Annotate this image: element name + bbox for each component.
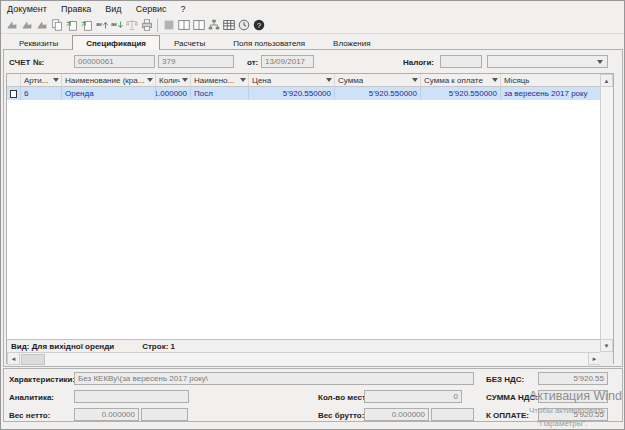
page-import-icon[interactable]	[64, 17, 79, 33]
vat-label: СУММА НДС:	[486, 393, 538, 402]
cell-month: за вересень 2017 року	[501, 87, 601, 100]
gross-weight-field[interactable]: 0.000000	[364, 408, 429, 421]
gross-weight-label: Вес брутто:	[318, 411, 364, 420]
tab-raschety[interactable]: Расчеты	[160, 36, 219, 50]
cell-unit: Посл	[191, 87, 249, 100]
gross-weight-unit-field[interactable]	[431, 408, 474, 421]
taxes-dropdown-value	[488, 63, 491, 72]
copy-icon[interactable]	[49, 17, 64, 33]
characteristics-field[interactable]: Без КЕКВу\(за вересень 2017 року\	[74, 372, 474, 385]
table-header-quantity[interactable]: Количес...	[156, 74, 191, 87]
row-checkbox[interactable]	[10, 90, 17, 98]
column-label: Цена	[252, 76, 324, 85]
filter-arrow-icon[interactable]	[412, 78, 418, 82]
help-icon[interactable]: ?	[251, 17, 266, 33]
account-code-field[interactable]: 379	[158, 55, 234, 68]
table-header-month[interactable]: Місяць	[501, 74, 601, 87]
sort-desc-icon[interactable]: ак	[109, 17, 124, 33]
hierarchy-icon[interactable]	[206, 17, 221, 33]
tab-bar: Реквизиты Спецификация Расчеты Поля поль…	[5, 34, 385, 50]
column-label: Сумма	[338, 76, 410, 85]
tab-rekvizity[interactable]: Реквизиты	[5, 36, 72, 50]
vat-field[interactable]	[538, 390, 608, 403]
table-grid-icon[interactable]	[221, 17, 236, 33]
cell-pay-sum: 5'920.550000	[421, 87, 501, 100]
document-action-1-icon[interactable]	[4, 17, 19, 33]
menu-view[interactable]: Вид	[105, 4, 121, 14]
column-label: Місяць	[504, 76, 598, 85]
scroll-left-icon[interactable]: ◄	[7, 352, 20, 365]
date-field[interactable]: 13/09/2017	[261, 55, 314, 68]
svg-text:ак: ак	[110, 20, 116, 27]
columns-icon[interactable]	[176, 17, 191, 33]
filter-arrow-icon[interactable]	[492, 78, 498, 82]
column-label: Количес...	[159, 76, 180, 85]
cell-price: 5'920.550000	[249, 87, 335, 100]
table-header-select[interactable]	[7, 74, 21, 87]
net-weight-label: Вес нетто:	[9, 411, 50, 420]
document-action-2-icon[interactable]	[19, 17, 34, 33]
tab-polya-polzovatelya[interactable]: Поля пользователя	[219, 36, 319, 50]
to-pay-field[interactable]: 5'920.55	[538, 408, 608, 421]
history-icon[interactable]	[236, 17, 251, 33]
horizontal-scrollbar[interactable]: ◄ ►	[7, 352, 601, 365]
table-header-price[interactable]: Цена	[249, 74, 335, 87]
page-export-icon[interactable]	[79, 17, 94, 33]
app-window: Документ Правка Вид Сервис ? ак ак ? Рек…	[0, 0, 625, 430]
document-action-3-icon[interactable]	[34, 17, 49, 33]
cell-quantity: 1.000000	[156, 87, 191, 100]
cell-sum: 5'920.550000	[335, 87, 421, 100]
table-header-sum[interactable]: Сумма	[335, 74, 421, 87]
account-number-field[interactable]: 00000061	[74, 55, 155, 68]
menu-edit[interactable]: Правка	[61, 4, 91, 14]
column-label: Арти...	[24, 76, 51, 85]
print-icon[interactable]	[139, 17, 154, 33]
tab-specifikaciya[interactable]: Спецификация	[72, 35, 160, 50]
taxes-dropdown[interactable]	[487, 55, 608, 68]
table-header: Арти... Наименование (кра... Количес... …	[7, 74, 601, 87]
menu-help[interactable]: ?	[180, 4, 185, 14]
taxes-label: Налоги:	[403, 58, 434, 67]
without-vat-label: БЕЗ НДС:	[486, 375, 524, 384]
menu-document[interactable]: Документ	[7, 4, 47, 14]
svg-text:?: ?	[256, 21, 261, 30]
view-label: Вид: Для вихідної оренди	[11, 342, 114, 351]
account-label: СЧЕТ №:	[9, 58, 44, 67]
filter-arrow-icon[interactable]	[53, 78, 59, 82]
to-pay-label: К ОПЛАТЕ:	[486, 411, 529, 420]
table-header-pay-sum[interactable]: Сумма к оплате	[421, 74, 501, 87]
net-weight-unit-field[interactable]	[141, 408, 188, 421]
filter-arrow-icon[interactable]	[326, 78, 332, 82]
filter-arrow-icon[interactable]	[147, 78, 153, 82]
sort-asc-icon[interactable]: ак	[94, 17, 109, 33]
without-vat-field[interactable]: 5'920.55	[538, 372, 608, 385]
svg-text:ак: ак	[95, 20, 101, 27]
scales-icon[interactable]	[124, 17, 139, 33]
filter-arrow-icon[interactable]	[240, 78, 246, 82]
specification-table: Арти... Наименование (кра... Количес... …	[6, 73, 614, 364]
tab-vlozheniya[interactable]: Вложения	[319, 36, 384, 50]
horizontal-scroll-thumb[interactable]	[21, 354, 45, 365]
toolbar: ак ак ?	[1, 17, 624, 34]
taxes-field[interactable]	[440, 55, 482, 68]
scroll-up-icon[interactable]: ▲	[600, 74, 613, 87]
table-header-unit[interactable]: Наимено...	[191, 74, 249, 87]
columns-2-icon[interactable]	[191, 17, 206, 33]
menu-service[interactable]: Сервис	[136, 4, 167, 14]
table-row[interactable]: 6 Оренда 1.000000 Посл 5'920.550000 5'92…	[7, 87, 601, 100]
block-icon[interactable]	[161, 17, 176, 33]
filter-arrow-icon[interactable]	[182, 78, 188, 82]
toolbar-separator	[157, 19, 158, 32]
net-weight-field[interactable]: 0.000000	[74, 408, 139, 421]
cell-name: Оренда	[62, 87, 156, 100]
rows-count-label: Строк: 1	[142, 342, 175, 351]
cell-article: 6	[21, 87, 62, 100]
vertical-scrollbar[interactable]: ▲ ▼	[600, 74, 613, 352]
scroll-down-icon[interactable]: ▼	[600, 339, 613, 352]
places-field[interactable]: 0	[364, 390, 462, 403]
analytics-field[interactable]	[74, 390, 189, 403]
scrollbar-corner	[600, 352, 613, 365]
chevron-down-icon[interactable]	[597, 60, 603, 64]
table-header-name[interactable]: Наименование (кра...	[62, 74, 156, 87]
table-header-article[interactable]: Арти...	[21, 74, 62, 87]
